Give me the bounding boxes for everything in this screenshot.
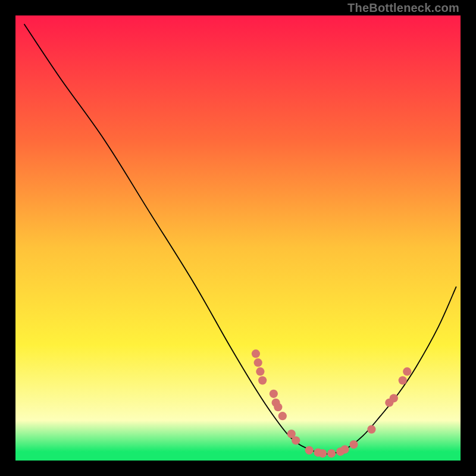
data-point	[340, 445, 349, 453]
chart-frame: TheBottleneck.com	[0, 0, 476, 476]
data-point	[258, 376, 267, 384]
data-point	[292, 436, 300, 444]
data-point	[349, 440, 358, 449]
data-point	[390, 394, 398, 402]
data-point	[254, 358, 262, 367]
data-point	[403, 367, 411, 375]
attribution-label: TheBottleneck.com	[347, 1, 459, 15]
data-point	[305, 446, 314, 455]
data-point	[278, 412, 287, 420]
data-point	[252, 349, 260, 358]
data-point	[274, 403, 282, 411]
gradient-background	[15, 15, 461, 461]
data-point	[327, 449, 336, 458]
data-point	[367, 425, 375, 434]
data-point	[270, 390, 278, 398]
data-point	[256, 367, 264, 375]
data-point	[399, 376, 407, 384]
data-point	[318, 449, 327, 458]
bottleneck-chart	[15, 15, 461, 461]
